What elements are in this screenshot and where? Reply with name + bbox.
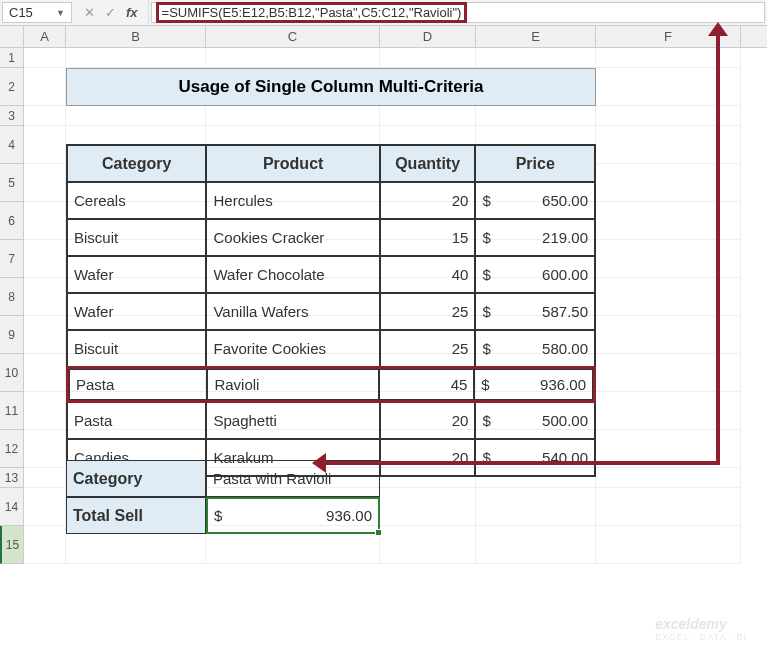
cell-price[interactable]: $936.00: [474, 369, 593, 400]
summary-total-value: 936.00: [326, 507, 372, 524]
cell-product[interactable]: Hercules: [206, 182, 379, 219]
annotation-arrow-horizontal: [320, 461, 720, 465]
summary-block: Category Pasta with Ravioli Total Sell $…: [66, 460, 380, 534]
cell-product[interactable]: Vanilla Wafers: [206, 293, 379, 330]
row-head[interactable]: 3: [0, 106, 23, 126]
header-product: Product: [206, 145, 379, 182]
table-row[interactable]: CerealsHercules20$650.00: [67, 182, 595, 219]
table-row[interactable]: PastaSpaghetti20$500.00: [67, 402, 595, 439]
table-row[interactable]: WaferWafer Chocolate40$600.00: [67, 256, 595, 293]
cell-quantity[interactable]: 40: [380, 256, 476, 293]
cell-product[interactable]: Favorite Cookies: [206, 330, 379, 367]
summary-cat-label: Category: [66, 460, 206, 497]
cell-quantity[interactable]: 20: [380, 402, 476, 439]
cell-product[interactable]: Ravioli: [207, 369, 379, 400]
data-table: Category Product Quantity Price CerealsH…: [66, 144, 596, 477]
cell-category[interactable]: Wafer: [67, 293, 206, 330]
row-headers: 1 2 3 4 5 6 7 8 9 10 11 12 13 14 15: [0, 48, 24, 564]
header-category: Category: [67, 145, 206, 182]
page-title: Usage of Single Column Multi-Criteria: [66, 68, 596, 106]
cell-product[interactable]: Cookies Cracker: [206, 219, 379, 256]
row-head[interactable]: 7: [0, 240, 23, 278]
row-head[interactable]: 2: [0, 68, 23, 106]
cell-price[interactable]: $219.00: [475, 219, 595, 256]
row-head[interactable]: 14: [0, 488, 23, 526]
cell-category[interactable]: Biscuit: [67, 330, 206, 367]
cell-price[interactable]: $500.00: [475, 402, 595, 439]
formula-bar-row: C15 ▼ ✕ ✓ fx =SUMIFS(E5:E12,B5:B12,"Past…: [0, 0, 767, 26]
cell-quantity[interactable]: 20: [380, 439, 476, 476]
cell-price[interactable]: $540.00: [475, 439, 595, 476]
table-row[interactable]: BiscuitCookies Cracker15$219.00: [67, 219, 595, 256]
sheet-area[interactable]: Usage of Single Column Multi-Criteria Ca…: [24, 48, 767, 564]
enter-icon[interactable]: ✓: [105, 5, 116, 20]
currency-symbol: $: [214, 507, 222, 524]
cell-category[interactable]: Pasta: [69, 369, 207, 400]
row-head[interactable]: 13: [0, 468, 23, 488]
watermark: exceldemy EXCEL · DATA · BI: [655, 616, 747, 642]
table-row[interactable]: PastaRavioli45$936.00: [66, 366, 596, 403]
cell-product[interactable]: Spaghetti: [206, 402, 379, 439]
cell-quantity[interactable]: 25: [380, 293, 476, 330]
row-head[interactable]: 4: [0, 126, 23, 164]
cell-price[interactable]: $587.50: [475, 293, 595, 330]
cell-quantity[interactable]: 15: [380, 219, 476, 256]
formula-bar[interactable]: =SUMIFS(E5:E12,B5:B12,"Pasta",C5:C12,"Ra…: [151, 2, 765, 23]
column-headers: A B C D E F: [0, 26, 767, 48]
grid-body: 1 2 3 4 5 6 7 8 9 10 11 12 13 14 15 Usag…: [0, 48, 767, 564]
arrow-up-icon: [708, 22, 728, 36]
name-box-value: C15: [9, 5, 33, 20]
cell-product[interactable]: Wafer Chocolate: [206, 256, 379, 293]
row-head[interactable]: 5: [0, 164, 23, 202]
cell-price[interactable]: $580.00: [475, 330, 595, 367]
cell-quantity[interactable]: 45: [379, 369, 474, 400]
col-head-A[interactable]: A: [24, 26, 66, 47]
formula-bar-controls: ✕ ✓ fx: [74, 0, 149, 25]
chevron-down-icon[interactable]: ▼: [56, 8, 65, 18]
row-head[interactable]: 10: [0, 354, 23, 392]
col-head-D[interactable]: D: [380, 26, 476, 47]
row-head[interactable]: 12: [0, 430, 23, 468]
summary-total-label: Total Sell: [66, 497, 206, 534]
cell-price[interactable]: $650.00: [475, 182, 595, 219]
col-head-B[interactable]: B: [66, 26, 206, 47]
annotation-arrow-vertical: [716, 28, 720, 464]
col-head-E[interactable]: E: [476, 26, 596, 47]
row-head-selected[interactable]: 15: [0, 526, 23, 564]
cell-category[interactable]: Biscuit: [67, 219, 206, 256]
table-row[interactable]: WaferVanilla Wafers25$587.50: [67, 293, 595, 330]
col-head-C[interactable]: C: [206, 26, 380, 47]
fx-icon[interactable]: fx: [126, 5, 138, 20]
cell-category[interactable]: Wafer: [67, 256, 206, 293]
row-head[interactable]: 1: [0, 48, 23, 68]
table-row[interactable]: BiscuitFavorite Cookies25$580.00: [67, 330, 595, 367]
cell-quantity[interactable]: 20: [380, 182, 476, 219]
formula-text: =SUMIFS(E5:E12,B5:B12,"Pasta",C5:C12,"Ra…: [156, 2, 468, 23]
header-price: Price: [475, 145, 595, 182]
cell-category[interactable]: Cereals: [67, 182, 206, 219]
summary-total-cell[interactable]: $ 936.00: [206, 497, 380, 534]
name-box[interactable]: C15 ▼: [2, 2, 72, 23]
row-head[interactable]: 6: [0, 202, 23, 240]
cancel-icon[interactable]: ✕: [84, 5, 95, 20]
cell-price[interactable]: $600.00: [475, 256, 595, 293]
fill-handle[interactable]: [375, 529, 382, 536]
summary-cat-value[interactable]: Pasta with Ravioli: [206, 460, 380, 497]
arrow-left-icon: [312, 453, 326, 473]
cell-category[interactable]: Pasta: [67, 402, 206, 439]
cell-quantity[interactable]: 25: [380, 330, 476, 367]
row-head[interactable]: 11: [0, 392, 23, 430]
select-all-corner[interactable]: [0, 26, 24, 47]
table-header-row: Category Product Quantity Price: [67, 145, 595, 182]
header-quantity: Quantity: [380, 145, 476, 182]
row-head[interactable]: 9: [0, 316, 23, 354]
row-head[interactable]: 8: [0, 278, 23, 316]
